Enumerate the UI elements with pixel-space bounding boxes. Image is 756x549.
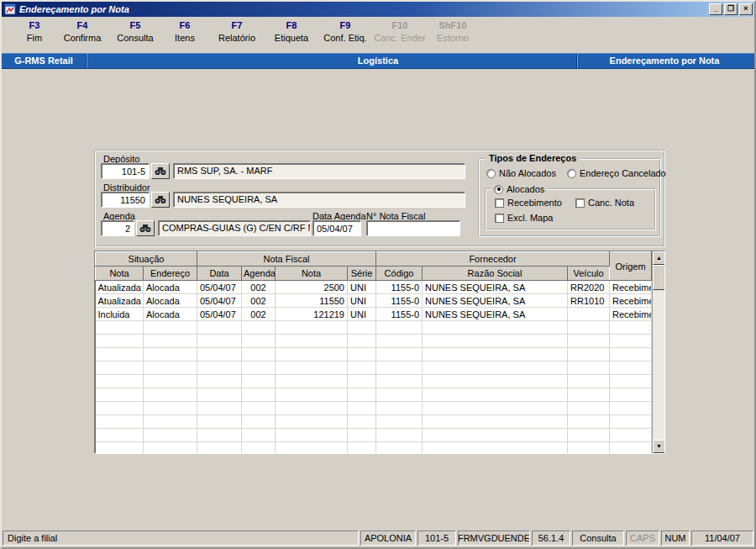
grid-cell[interactable] [144, 375, 197, 388]
grid-row[interactable]: AtualizadaAlocada05/04/070022500UNI1155-… [96, 281, 652, 294]
grid-cell[interactable] [242, 442, 276, 455]
grid-cell[interactable] [96, 442, 144, 455]
grid-cell[interactable] [96, 375, 144, 388]
grid-cell[interactable] [348, 362, 376, 375]
toolbar-item-f3[interactable]: F3 Fim [13, 20, 55, 53]
grid-cell[interactable] [568, 362, 610, 375]
grid-cell[interactable] [276, 415, 348, 429]
grid-cell[interactable] [376, 402, 423, 415]
grid-cell[interactable]: Atualizada [96, 294, 144, 308]
grid-cell[interactable] [423, 388, 568, 402]
grid-cell[interactable]: UNI [348, 294, 376, 308]
grid-cell[interactable] [242, 415, 276, 429]
grid-cell[interactable] [197, 335, 242, 348]
grid-cell[interactable] [348, 442, 376, 455]
grid-cell[interactable]: Recebimento [610, 308, 652, 321]
grid-cell[interactable]: 121219 [276, 308, 348, 321]
grid-cell[interactable] [197, 442, 242, 455]
nota-fiscal-input[interactable] [366, 220, 460, 236]
grid-cell[interactable] [144, 442, 197, 455]
scroll-up-icon[interactable]: ▲ [653, 251, 665, 265]
grid-row[interactable] [96, 415, 652, 429]
minimize-icon[interactable]: _ [709, 3, 722, 15]
grid-cell[interactable] [197, 362, 242, 375]
agenda-code-input[interactable] [101, 220, 134, 236]
grid-cell[interactable] [423, 429, 568, 442]
grid-cell[interactable] [568, 348, 610, 362]
grid-cell[interactable] [96, 335, 144, 348]
grid-cell[interactable] [376, 321, 423, 335]
grid-row[interactable] [96, 335, 652, 348]
grid-cell[interactable]: Alocada [144, 308, 197, 321]
grid-cell[interactable] [96, 388, 144, 402]
toolbar-item-f4[interactable]: F4 Confirma [55, 20, 109, 53]
grid-cell[interactable] [276, 429, 348, 442]
deposito-lookup-button[interactable] [151, 163, 170, 179]
grid-cell[interactable] [242, 362, 276, 375]
grid-cell[interactable]: UNI [348, 281, 376, 294]
grid-cell[interactable] [242, 429, 276, 442]
grid-cell[interactable] [376, 375, 423, 388]
radio-alocados[interactable]: Alocados [491, 184, 547, 194]
grid-cell[interactable] [96, 415, 144, 429]
grid-cell[interactable] [242, 348, 276, 362]
toolbar-item-f5[interactable]: F5 Consulta [109, 20, 161, 53]
grid-cell[interactable] [610, 321, 652, 335]
grid-cell[interactable] [376, 388, 423, 402]
grid-cell[interactable] [242, 375, 276, 388]
grid-cell[interactable] [276, 348, 348, 362]
grid-cell[interactable] [144, 429, 197, 442]
grid-cell[interactable] [568, 415, 610, 429]
checkbox-canc-nota[interactable]: Canc. Nota [575, 198, 634, 208]
grid-cell[interactable] [197, 348, 242, 362]
toolbar-item-f9[interactable]: F9 Conf. Etiq. [318, 20, 373, 53]
grid-cell[interactable] [144, 335, 197, 348]
grid-cell[interactable]: Recebimento [610, 294, 652, 308]
grid-cell[interactable] [568, 321, 610, 335]
grid-cell[interactable] [568, 429, 610, 442]
distribuidor-code-input[interactable] [101, 192, 150, 208]
grid-cell[interactable] [276, 375, 348, 388]
grid-cell[interactable] [144, 362, 197, 375]
grid-cell[interactable] [197, 388, 242, 402]
grid-row[interactable] [96, 442, 652, 455]
grid-cell[interactable]: NUNES SEQUEIRA, SA [423, 308, 568, 321]
scrollbar-track[interactable] [653, 290, 665, 440]
grid-row[interactable] [96, 348, 652, 362]
grid-row[interactable] [96, 362, 652, 375]
grid-cell[interactable] [423, 335, 568, 348]
toolbar-item-f8[interactable]: F8 Etiqueta [265, 20, 318, 53]
grid-row[interactable] [96, 388, 652, 402]
grid-cell[interactable] [610, 442, 652, 455]
grid-cell[interactable] [144, 388, 197, 402]
grid-cell[interactable]: 2500 [276, 281, 348, 294]
grid-cell[interactable] [423, 362, 568, 375]
grid-cell[interactable] [197, 429, 242, 442]
grid-cell[interactable]: 05/04/07 [197, 294, 242, 308]
grid-cell[interactable] [276, 402, 348, 415]
grid-cell[interactable] [568, 308, 610, 321]
grid-cell[interactable] [348, 321, 376, 335]
grid-cell[interactable]: 002 [242, 308, 276, 321]
grid-cell[interactable] [276, 442, 348, 455]
grid-cell[interactable] [197, 402, 242, 415]
grid-cell[interactable] [348, 415, 376, 429]
checkbox-excl-mapa[interactable]: Excl. Mapa [495, 213, 553, 223]
toolbar-item-f7[interactable]: F7 Relatório [208, 20, 265, 53]
grid-cell[interactable] [423, 415, 568, 429]
grid-cell[interactable]: UNI [348, 308, 376, 321]
grid-cell[interactable]: NUNES SEQUEIRA, SA [423, 294, 568, 308]
grid-cell[interactable] [197, 415, 242, 429]
scroll-down-icon[interactable]: ▼ [653, 440, 665, 453]
checkbox-recebimento[interactable]: Recebimento [495, 198, 562, 208]
grid-row[interactable] [96, 429, 652, 442]
grid-cell[interactable] [348, 388, 376, 402]
grid-cell[interactable] [276, 321, 348, 335]
grid-cell[interactable]: 05/04/07 [197, 308, 242, 321]
grid-cell[interactable] [348, 348, 376, 362]
maximize-icon[interactable]: ❐ [724, 3, 738, 15]
grid-cell[interactable] [568, 388, 610, 402]
grid-cell[interactable] [348, 375, 376, 388]
grid-cell[interactable]: Alocada [144, 294, 197, 308]
grid-cell[interactable] [348, 429, 376, 442]
